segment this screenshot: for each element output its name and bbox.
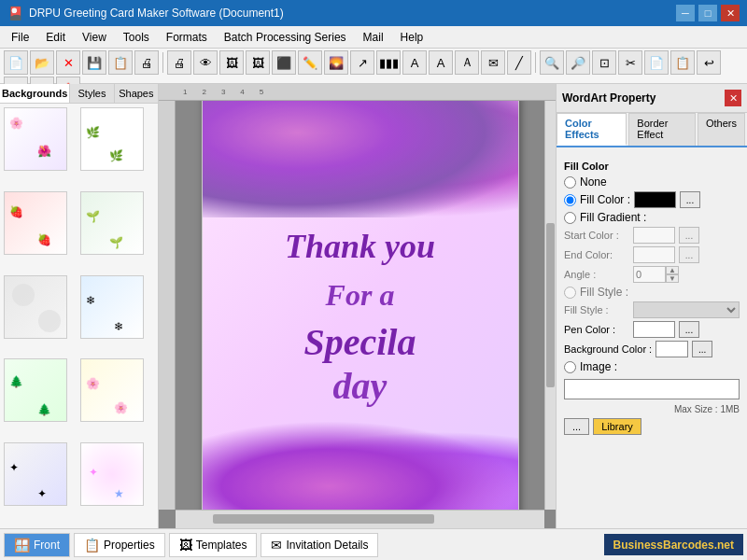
- toolbar-wordart[interactable]: Ａ: [455, 50, 479, 75]
- image-path-input[interactable]: [564, 379, 740, 399]
- bg-color-box[interactable]: [655, 341, 688, 357]
- greeting-card[interactable]: Thank you For a Specila day: [202, 101, 519, 510]
- toolbar-preview[interactable]: 👁: [193, 50, 218, 75]
- angle-spin-buttons: ▲ ▼: [666, 266, 679, 283]
- toolbar-barcode[interactable]: ▮▮▮: [376, 50, 401, 75]
- library-button[interactable]: Library: [593, 418, 641, 435]
- maximize-button[interactable]: □: [698, 5, 717, 21]
- toolbar-line[interactable]: ╱: [507, 50, 531, 75]
- tab-color-effects[interactable]: Color Effects: [557, 113, 627, 146]
- toolbar-paste[interactable]: 📋: [670, 50, 695, 75]
- toolbar-new[interactable]: 📄: [4, 50, 28, 75]
- fill-style-select[interactable]: [633, 301, 740, 318]
- toolbar-pen[interactable]: ✏️: [298, 50, 322, 75]
- svg-text:✦: ✦: [89, 466, 98, 479]
- image-browse-button[interactable]: ...: [564, 418, 589, 435]
- menu-tools[interactable]: Tools: [116, 29, 157, 46]
- toolbar-b1[interactable]: 🖼: [219, 50, 244, 75]
- minimize-button[interactable]: ─: [676, 5, 695, 21]
- start-color-label: Start Color :: [564, 230, 629, 241]
- thumbnail-7[interactable]: 🌲🌲: [4, 358, 67, 422]
- pen-color-box[interactable]: [633, 321, 675, 338]
- end-color-box[interactable]: [633, 246, 675, 263]
- thumbnail-5[interactable]: [4, 275, 67, 339]
- toolbar-fit[interactable]: ⊡: [592, 50, 616, 75]
- angle-spin-up[interactable]: ▲: [666, 266, 679, 274]
- menu-mail[interactable]: Mail: [356, 29, 391, 46]
- thumbnail-4[interactable]: 🌱🌱: [80, 191, 144, 255]
- angle-spin-down[interactable]: ▼: [666, 274, 679, 283]
- radio-fill-color[interactable]: [564, 194, 576, 206]
- start-color-browse[interactable]: ...: [679, 227, 699, 244]
- menu-file[interactable]: File: [4, 29, 36, 46]
- radio-none[interactable]: [564, 176, 576, 189]
- toolbar-arrow[interactable]: ↗: [350, 50, 374, 75]
- start-color-box[interactable]: [633, 227, 675, 244]
- scroll-thumb-horizontal[interactable]: [213, 514, 434, 524]
- radio-fill-style[interactable]: [564, 287, 576, 299]
- toolbar-print[interactable]: 🖨: [134, 50, 159, 75]
- thumbnail-9[interactable]: ✦✦: [4, 442, 67, 506]
- tab-styles[interactable]: Styles: [70, 84, 114, 103]
- bottom-tab-front[interactable]: 🪟 Front: [4, 533, 70, 557]
- bg-color-row: Background Color : ...: [564, 341, 740, 357]
- thumbnail-8[interactable]: 🌸🌸: [80, 358, 144, 422]
- thumbnail-2[interactable]: 🌿🌿: [80, 107, 144, 171]
- title-bar-left: 🎴 DRPU Greeting Card Maker Software (Doc…: [7, 6, 284, 21]
- canvas-viewport[interactable]: Thank you For a Specila day: [176, 101, 544, 510]
- svg-text:🌲: 🌲: [9, 374, 23, 388]
- scrollbar-horizontal[interactable]: [176, 510, 544, 528]
- pen-color-browse[interactable]: ...: [679, 321, 699, 338]
- fill-color-box[interactable]: [634, 191, 676, 208]
- bg-color-browse[interactable]: ...: [692, 341, 712, 357]
- toolbar-copy[interactable]: 📄: [644, 50, 669, 75]
- toolbar-open[interactable]: 📂: [30, 50, 54, 75]
- toolbar-save[interactable]: 💾: [82, 50, 106, 75]
- menu-formats[interactable]: Formats: [159, 29, 215, 46]
- toolbar-zoom-in[interactable]: 🔍: [540, 50, 564, 75]
- menu-view[interactable]: View: [75, 29, 114, 46]
- thumbnail-3[interactable]: 🍓🍓: [4, 191, 67, 255]
- toolbar-print2[interactable]: 🖨: [167, 50, 191, 75]
- toolbar-b3[interactable]: ⬛: [272, 50, 296, 75]
- thumbnail-1[interactable]: 🌸🌺: [4, 107, 67, 171]
- toolbar-image[interactable]: 🌄: [324, 50, 348, 75]
- scrollbar-vertical[interactable]: [544, 101, 556, 510]
- toolbar-text2[interactable]: A: [429, 50, 453, 75]
- scroll-thumb-vertical[interactable]: [546, 223, 555, 386]
- toolbar-undo[interactable]: ↩: [697, 50, 721, 75]
- toolbar-clipart[interactable]: ✉: [481, 50, 505, 75]
- properties-icon: 📋: [84, 538, 100, 553]
- toolbar-save-as[interactable]: 📋: [108, 50, 133, 75]
- thumbnail-6[interactable]: ❄❄: [80, 275, 144, 339]
- toolbar-cut[interactable]: ✂: [618, 50, 642, 75]
- tab-others[interactable]: Others: [698, 113, 745, 146]
- toolbar-b2[interactable]: 🖼: [246, 50, 270, 75]
- svg-text:🌱: 🌱: [109, 235, 123, 249]
- toolbar-text[interactable]: A: [402, 50, 427, 75]
- angle-input[interactable]: [633, 266, 666, 283]
- ruler-tick: 1: [176, 88, 194, 96]
- close-button[interactable]: ✕: [721, 5, 740, 21]
- fill-color-section-label: Fill Color: [564, 161, 740, 172]
- bottom-tab-properties-label: Properties: [104, 539, 155, 552]
- fill-color-browse-btn[interactable]: ...: [680, 191, 700, 208]
- app-title: DRPU Greeting Card Maker Software (Docum…: [29, 7, 284, 20]
- tab-shapes[interactable]: Shapes: [115, 84, 158, 103]
- menu-edit[interactable]: Edit: [38, 29, 73, 46]
- bottom-tab-templates[interactable]: 🖼 Templates: [169, 533, 258, 557]
- menu-batch[interactable]: Batch Processing Series: [217, 29, 354, 46]
- radio-fill-gradient[interactable]: [564, 212, 576, 224]
- tab-backgrounds[interactable]: Backgrounds: [0, 84, 70, 103]
- radio-image[interactable]: [564, 361, 576, 373]
- menu-help[interactable]: Help: [393, 29, 431, 46]
- wordart-close-button[interactable]: ✕: [725, 90, 741, 106]
- angle-spinbox: ▲ ▼: [633, 266, 679, 283]
- toolbar-zoom-out[interactable]: 🔎: [566, 50, 590, 75]
- toolbar-close-doc[interactable]: ✕: [56, 50, 80, 75]
- end-color-browse[interactable]: ...: [679, 246, 699, 263]
- bottom-tab-properties[interactable]: 📋 Properties: [74, 533, 165, 557]
- bottom-tab-invitation[interactable]: ✉ Invitation Details: [261, 533, 378, 557]
- tab-border-effect[interactable]: Border Effect: [628, 113, 696, 146]
- thumbnail-10[interactable]: ✦★: [80, 442, 144, 506]
